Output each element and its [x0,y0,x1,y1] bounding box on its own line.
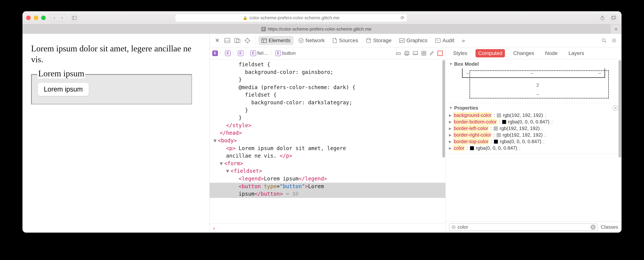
svg-point-19 [366,38,371,40]
crumb-3[interactable]: Efiel…〉 [250,50,275,56]
dom-line[interactable]: } [210,76,445,84]
traffic-lights [26,16,46,20]
page-button[interactable]: Lorem ipsum [38,82,89,96]
search-button[interactable] [600,36,608,45]
back-button[interactable]: ‹ [50,14,58,22]
dom-line[interactable]: <button type="button">Lorem [210,183,445,190]
tab-network-label: Network [306,38,325,44]
compositing-icon[interactable] [438,51,443,56]
dom-line[interactable]: fieldset { [210,91,445,99]
dom-line[interactable]: fieldset { [210,61,445,68]
tab-elements[interactable]: Elements [258,36,294,45]
browser-tab[interactable]: C https://color-scheme-prefers-color-sch… [22,24,610,34]
show-sidebar-button[interactable] [70,14,78,22]
color-swatch [494,140,498,144]
crumb-2[interactable]: E〉 [238,50,250,56]
dom-line[interactable]: ancillae ne vis. </p> [210,152,445,160]
maximize-window-button[interactable] [41,16,46,20]
svg-rect-45 [422,54,424,55]
svg-point-24 [613,40,615,42]
share-button[interactable] [598,14,606,22]
side-tab-computed[interactable]: Computed [476,49,505,57]
tabs-button[interactable] [610,14,618,22]
dom-line[interactable]: <p> Lorem ipsum dolor sit amet, legere [210,145,445,152]
dom-tree[interactable]: fieldset { background-color: gainsboro; … [210,59,445,223]
classes-button[interactable]: Classes [601,224,618,230]
dom-line[interactable]: ▼<fieldset> [210,167,445,175]
dom-line[interactable]: background-color: darkslategray; [210,99,445,106]
property-row[interactable]: ▶border-bottom-color: rgba(0, 0, 0, 0.84… [449,119,618,125]
side-tab-node[interactable]: Node [542,49,560,57]
paint-icon[interactable] [430,51,434,56]
forward-button[interactable]: › [58,14,66,22]
dom-line[interactable]: </style> [210,122,445,129]
svg-rect-41 [413,51,418,55]
property-value: rgb(192, 192, 192) [503,132,543,138]
dock-side-icon[interactable] [233,36,242,45]
property-row[interactable]: ▶border-top-color: rgba(0, 0, 0, 0.847); [449,139,618,145]
dom-line[interactable]: } [210,114,445,122]
minimize-window-button[interactable] [34,16,38,20]
overflow-button[interactable]: » [459,36,468,45]
close-window-button[interactable] [26,16,31,20]
tab-network[interactable]: Network [296,36,328,45]
properties-menu-button[interactable]: ≡ [612,105,618,111]
crumb-1[interactable]: E〉 [225,50,237,56]
tab-sources[interactable]: Sources [330,36,361,45]
property-value: rgba(0, 0, 0, 0.847) [476,145,517,151]
dom-line[interactable]: <legend>Lorem ipsum</legend> [210,175,445,183]
filter-clear-button[interactable]: ✕ [590,224,596,230]
properties-section: ▼Properties≡ ▶background-color: rgb(192,… [446,103,622,154]
filter-input[interactable]: color ✕ [449,223,598,231]
crumb-0[interactable]: E〉 [212,50,224,56]
page-legend: Lorem ipsum [38,68,85,78]
url-bar[interactable]: 🔒 color-scheme-prefers-color-scheme.glit… [175,14,407,22]
side-tab-layers[interactable]: Layers [566,49,587,57]
dom-line[interactable]: } [210,106,445,114]
dock-bottom-icon[interactable] [223,36,232,45]
dom-scrollbar[interactable] [442,59,445,223]
graphics-icon [399,38,404,43]
console-prompt[interactable]: › [210,223,445,233]
svg-line-29 [612,39,613,39]
sidebar-scroll[interactable]: ▼Box Model – – – 2 – [446,59,622,221]
filter-value: color [458,224,468,230]
svg-rect-44 [424,51,426,53]
new-tab-button[interactable]: + [610,24,622,34]
property-name: border-right-color [454,132,492,138]
tab-storage[interactable]: Storage [363,36,394,45]
devtools: ✕ Elements Network [210,34,622,233]
reload-button[interactable]: ⟳ [401,15,404,21]
crumb-4[interactable]: Ebutton [276,50,296,56]
property-name: border-left-color [454,125,488,131]
rulers-icon[interactable] [396,51,401,56]
dom-line[interactable]: ipsum</button> = $0 [210,190,445,198]
color-swatch [497,133,501,137]
tab-graphics[interactable]: Graphics [396,36,430,45]
property-row[interactable]: ▶border-left-color: rgb(192, 192, 192); [449,125,618,131]
property-value: rgba(0, 0, 0, 0.847) [500,139,541,145]
dom-line[interactable]: background-color: gainsboro; [210,68,445,76]
dom-line[interactable]: ▼<form> [210,160,445,168]
titlebar-right [598,14,618,22]
svg-rect-0 [72,16,76,20]
settings-button[interactable] [610,36,618,45]
property-row[interactable]: ▶color: rgba(0, 0, 0, 0.847); [449,145,618,151]
dom-line[interactable]: @media (prefers-color-scheme: dark) { [210,84,445,91]
grid-icon[interactable] [422,51,426,56]
target-icon[interactable] [243,36,252,45]
dom-line[interactable]: ▼<body> [210,137,445,145]
property-name: color [454,145,465,151]
property-row[interactable]: ▶border-right-color: rgb(192, 192, 192); [449,132,618,138]
device-icon[interactable] [413,51,418,56]
side-tab-styles[interactable]: Styles [450,49,470,57]
side-tab-changes[interactable]: Changes [510,49,537,57]
close-devtools-button[interactable]: ✕ [213,36,221,45]
svg-rect-5 [612,16,616,19]
tab-audit[interactable]: Audit [432,36,457,45]
url-text: color-scheme-prefers-color-scheme.glitch… [249,15,340,21]
property-row[interactable]: ▶background-color: rgb(192, 192, 192); [449,112,618,118]
dom-line[interactable]: </head> [210,129,445,137]
print-icon[interactable] [404,51,410,56]
titlebar: ‹ › 🔒 color-scheme-prefers-color-scheme.… [22,11,622,24]
